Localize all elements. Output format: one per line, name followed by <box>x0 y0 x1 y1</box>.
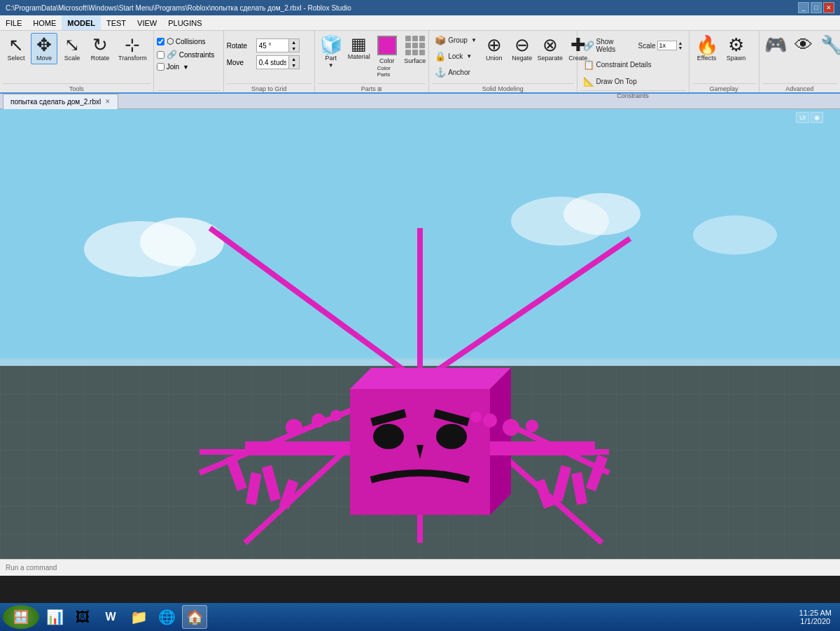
eye-right <box>436 424 467 449</box>
effects-label: Effects <box>697 55 716 62</box>
body-top <box>350 368 511 389</box>
material-label: Material <box>348 53 370 60</box>
file-tab-name: попытка сделать дом_2.rbxl <box>10 98 101 106</box>
scale-down[interactable]: ▼ <box>678 45 683 50</box>
constraint-details-label: Constraint Details <box>596 61 652 69</box>
move-snap-down[interactable]: ▼ <box>289 62 299 69</box>
lock-button[interactable]: 🔒 Lock ▼ <box>432 49 479 64</box>
sphere-right2 <box>483 413 497 427</box>
separate-button[interactable]: ⊗ Separate <box>537 33 564 64</box>
part-button[interactable]: 🧊 Part ▼ <box>318 33 344 71</box>
sphere-right3 <box>470 411 482 423</box>
menu-item-plugins[interactable]: PLUGINS <box>162 15 207 30</box>
cloud2b <box>564 193 640 235</box>
scale-button[interactable]: ⤡ Scale <box>59 33 85 64</box>
advanced-icon2: 👁 <box>794 36 813 54</box>
left-upper-arm <box>245 441 350 455</box>
draw-on-top-button[interactable]: 📐 Draw On Top <box>580 74 640 89</box>
select-button[interactable]: ↖ Select <box>3 33 29 64</box>
constraints-checkbox[interactable] <box>157 51 164 59</box>
ribbon-section-constraints: 🔗 Show Welds Scale ▲ ▼ 📋 Constraint Deta… <box>578 31 690 92</box>
rotate-snap-up[interactable]: ▲ <box>289 39 299 45</box>
taskbar-photoshop[interactable]: 🖼 <box>70 605 95 629</box>
material-button[interactable]: ▦ Material <box>346 33 372 63</box>
move-snap-arrows: ▲ ▼ <box>288 56 299 69</box>
right-claw3 <box>552 465 571 502</box>
command-input[interactable] <box>6 564 216 572</box>
negate-button[interactable]: ⊖ Negate <box>509 33 536 64</box>
close-button[interactable]: ✕ <box>823 2 834 13</box>
union-button[interactable]: ⊕ Union <box>481 33 507 64</box>
clock-time: 11:25 AM <box>799 609 832 617</box>
left-claw3 <box>262 465 281 502</box>
taskbar-word[interactable]: W <box>98 605 123 629</box>
move-snap-up[interactable]: ▲ <box>289 56 299 62</box>
color-label: Color <box>379 57 395 64</box>
rotate-snap-input[interactable] <box>257 41 288 50</box>
part-dropdown-icon[interactable]: ▼ <box>328 62 334 69</box>
effects-button[interactable]: 🔥 Effects <box>692 33 722 64</box>
start-button[interactable]: 🪟 <box>3 605 39 629</box>
scale-icon: ⤡ <box>64 36 80 54</box>
title-text: C:\ProgramData\Microsoft\Windows\Start M… <box>6 4 351 12</box>
file-tab-close-button[interactable]: ✕ <box>105 98 111 105</box>
menu-bar: FILE HOME MODEL TEST VIEW PLUGINS <box>0 15 840 31</box>
rotate-icon: ↻ <box>92 36 108 54</box>
lock-label: Lock <box>448 52 463 60</box>
color-button[interactable]: Color Color Parts <box>374 33 400 80</box>
group-label: Group <box>448 36 468 44</box>
negate-label: Negate <box>512 55 532 62</box>
constraint-details-button[interactable]: 📋 Constraint Details <box>580 57 654 72</box>
taskbar-explorer[interactable]: 📁 <box>126 605 151 629</box>
anchor-button[interactable]: ⚓ Anchor <box>432 65 479 80</box>
taskbar-excel[interactable]: 📊 <box>42 605 67 629</box>
viewport[interactable]: UI ◉ <box>0 109 840 559</box>
rotate-snap-down[interactable]: ▼ <box>289 45 299 52</box>
advanced-icon1: 🎮 <box>764 36 787 54</box>
surface-label: Surface <box>404 57 426 64</box>
menu-item-view[interactable]: VIEW <box>132 15 162 30</box>
group-button[interactable]: 📦 Group ▼ <box>432 33 479 48</box>
join-row: Join ▼ <box>157 62 189 71</box>
anchor-label: Anchor <box>448 69 470 76</box>
color-swatch[interactable] <box>377 36 397 55</box>
menu-item-file[interactable]: FILE <box>0 15 27 30</box>
scale-up[interactable]: ▲ <box>678 41 683 45</box>
transform-button[interactable]: ⊹ Transform <box>115 33 150 64</box>
maximize-button[interactable]: □ <box>811 2 822 13</box>
move-button[interactable]: ✥ Move <box>31 33 57 64</box>
rotate-button[interactable]: ↻ Rotate <box>87 33 113 64</box>
draw-on-top-label: Draw On Top <box>596 78 637 85</box>
snap-section-label: Snap to Grid <box>227 83 312 92</box>
menu-item-model[interactable]: MODEL <box>62 15 101 30</box>
surface-button[interactable]: Surface <box>402 33 428 67</box>
parts-expand-icon[interactable]: ⊞ <box>377 86 382 92</box>
advanced-btn2[interactable]: 👁 <box>790 33 817 57</box>
eye-left <box>373 424 404 449</box>
scale-arrows: ▲ ▼ <box>678 41 683 50</box>
select-icon: ↖ <box>8 36 24 54</box>
ribbon-section-collisions: ⬡ Collisions 🔗 Constraints Join ▼ <box>154 31 224 92</box>
menu-item-home[interactable]: HOME <box>27 15 62 30</box>
lock-dropdown[interactable]: ▼ <box>466 53 472 59</box>
scale-input[interactable] <box>657 41 677 50</box>
taskbar-roblox[interactable]: 🏠 <box>182 605 207 629</box>
collisions-checkbox[interactable] <box>157 38 164 45</box>
advanced-btn3[interactable]: 🔧 <box>818 33 840 57</box>
taskbar-chrome[interactable]: 🌐 <box>154 605 179 629</box>
move-snap-input[interactable] <box>257 58 288 67</box>
spawn-button[interactable]: ⚙ Spawn <box>723 33 750 64</box>
file-tab[interactable]: попытка сделать дом_2.rbxl ✕ <box>3 94 118 109</box>
join-dropdown-icon[interactable]: ▼ <box>183 64 189 71</box>
constraints-row: 🔗 Constraints <box>157 49 215 60</box>
constraint-details-icon: 📋 <box>583 59 594 70</box>
join-checkbox[interactable] <box>157 63 164 71</box>
show-welds-button[interactable]: 🔗 Show Welds Scale ▲ ▼ <box>580 36 686 55</box>
ribbon-section-advanced: 🎮 👁 🔧 Advanced <box>760 31 840 92</box>
advanced-buttons: 🎮 👁 🔧 <box>762 33 837 82</box>
menu-item-test[interactable]: TEST <box>101 15 132 30</box>
minimize-button[interactable]: _ <box>798 2 809 13</box>
advanced-btn1[interactable]: 🎮 <box>762 33 789 57</box>
group-dropdown[interactable]: ▼ <box>471 37 477 43</box>
gameplay-section-label: Gameplay <box>692 83 756 92</box>
